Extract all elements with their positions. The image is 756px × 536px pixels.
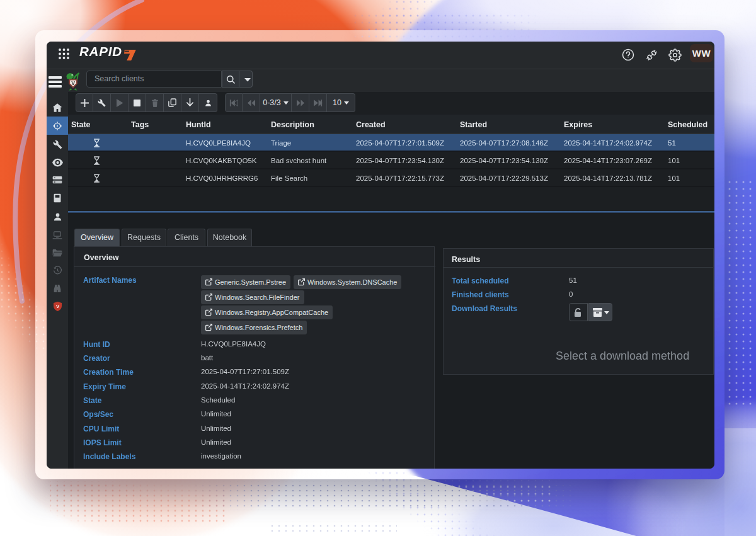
svg-text:V: V [55,304,59,309]
svg-text:V: V [71,80,75,86]
